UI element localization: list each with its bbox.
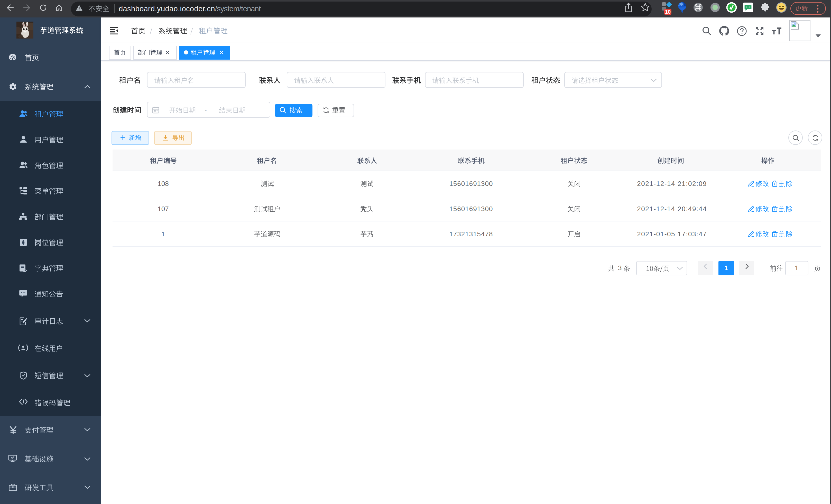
svg-text:10: 10 [665,9,671,14]
